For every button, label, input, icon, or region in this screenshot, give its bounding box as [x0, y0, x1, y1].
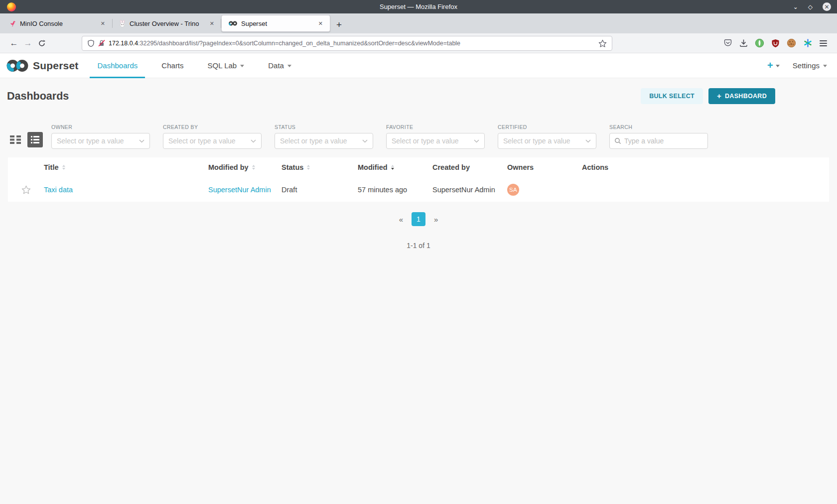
back-button[interactable]: ← [7, 39, 21, 47]
owner-select[interactable]: Select or type a value [51, 133, 150, 149]
select-placeholder: Select or type a value [503, 137, 585, 145]
chevron-down-icon [139, 139, 144, 143]
column-header-modified[interactable]: Modified [358, 163, 432, 171]
pagination-page-1[interactable]: 1 [412, 212, 425, 226]
select-placeholder: Select or type a value [57, 137, 139, 145]
nav-item-charts[interactable]: Charts [156, 53, 189, 78]
url-path: :32295/dashboard/list/?pageIndex=0&sortC… [138, 40, 460, 47]
menu-hamburger-icon[interactable] [820, 40, 827, 46]
chevron-down-icon [585, 139, 591, 143]
tab-label: Superset [241, 20, 312, 27]
column-label: Owners [507, 163, 534, 171]
tab-close-icon[interactable]: ✕ [208, 19, 216, 28]
superset-logo-icon [6, 58, 29, 73]
search-input[interactable] [624, 137, 703, 145]
dashboard-title-link[interactable]: Taxi data [44, 186, 73, 194]
sort-desc-icon [391, 165, 394, 170]
new-dashboard-button[interactable]: + DASHBOARD [708, 88, 775, 104]
nav-item-data[interactable]: Data [263, 53, 297, 78]
new-item-menu-button[interactable]: + [767, 60, 780, 71]
filter-favorite: FAVORITE Select or type a value [386, 124, 485, 149]
pagination-next-button[interactable]: » [431, 215, 441, 224]
chevron-down-icon [251, 139, 256, 143]
filter-label: CERTIFIED [498, 124, 596, 130]
nav-label: Data [268, 61, 284, 70]
chevron-down-icon [776, 65, 780, 67]
list-controls: OWNER Select or type a value CREATED BY … [0, 124, 837, 149]
insecure-lock-icon[interactable] [98, 39, 105, 47]
filter-owner: OWNER Select or type a value [51, 124, 150, 149]
superset-infinity-icon [229, 20, 237, 26]
chevron-down-icon [287, 65, 291, 67]
tab-trino[interactable]: Cluster Overview - Trino ✕ [112, 15, 221, 32]
column-label: Modified [358, 163, 388, 171]
tab-close-icon[interactable]: ✕ [99, 19, 107, 28]
pagination-prev-button[interactable]: « [396, 215, 406, 224]
favorite-star-icon[interactable] [21, 185, 31, 194]
plus-icon: + [717, 92, 721, 100]
superset-navbar: Superset Dashboards Charts SQL Lab Data … [0, 53, 837, 78]
card-view-icon[interactable] [10, 135, 21, 144]
new-tab-button[interactable]: + [336, 20, 342, 29]
nav-item-sql-lab[interactable]: SQL Lab [202, 53, 250, 78]
status-select[interactable]: Select or type a value [275, 133, 373, 149]
favorite-select[interactable]: Select or type a value [386, 133, 485, 149]
chevron-down-icon [823, 65, 827, 67]
nav-label: SQL Lab [208, 61, 237, 70]
pagination-summary: 1-1 of 1 [0, 242, 837, 250]
search-icon [614, 137, 621, 144]
brand-name: Superset [33, 60, 78, 72]
column-header-status[interactable]: Status [281, 163, 358, 171]
column-label: Title [44, 163, 59, 171]
download-icon[interactable] [739, 39, 748, 47]
settings-menu-button[interactable]: Settings [793, 61, 827, 70]
tab-label: MinIO Console [20, 20, 95, 27]
table-header-row: Title Modified by Status Modified Create… [8, 157, 829, 177]
select-placeholder: Select or type a value [392, 137, 474, 145]
modified-by-link[interactable]: SupersetNur Admin [208, 186, 271, 194]
created-by-select[interactable]: Select or type a value [163, 133, 262, 149]
settings-label: Settings [793, 61, 820, 70]
shield-icon[interactable] [87, 39, 95, 47]
page-title: Dashboards [7, 90, 69, 103]
filter-label: CREATED BY [163, 124, 262, 130]
superset-brand[interactable]: Superset [6, 58, 78, 73]
dashboards-table: Title Modified by Status Modified Create… [8, 157, 829, 202]
pocket-icon[interactable] [723, 39, 732, 47]
status-cell: Draft [281, 186, 358, 194]
chevron-down-icon [362, 139, 368, 143]
bookmark-star-icon[interactable] [598, 39, 607, 47]
tab-minio-console[interactable]: MinIO Console ✕ [3, 15, 112, 32]
extension-asterisk-icon[interactable] [803, 38, 813, 48]
ublock-icon[interactable] [771, 39, 780, 48]
forward-button[interactable]: → [21, 39, 35, 47]
modified-cell: 57 minutes ago [358, 186, 432, 194]
url-bar[interactable]: 172.18.0.4:32295/dashboard/list/?pageInd… [82, 36, 612, 51]
certified-select[interactable]: Select or type a value [498, 133, 596, 149]
tab-close-icon[interactable]: ✕ [316, 19, 325, 28]
pagination: « 1 » [0, 212, 837, 226]
bulk-select-button[interactable]: BULK SELECT [641, 88, 703, 104]
extension-green-icon[interactable] [755, 38, 764, 48]
list-view-icon[interactable] [27, 132, 43, 147]
column-header-actions: Actions [582, 163, 829, 171]
window-title: Superset — Mozilla Firefox [0, 3, 837, 10]
plus-icon: + [767, 60, 773, 71]
table-row: Taxi data SupersetNur Admin Draft 57 min… [8, 177, 829, 202]
column-label: Status [281, 163, 303, 171]
reload-button[interactable] [35, 39, 49, 47]
column-label: Actions [582, 163, 608, 171]
window-close-button[interactable]: ✕ [823, 2, 831, 11]
tab-superset[interactable]: Superset ✕ [221, 15, 330, 32]
nav-item-dashboards[interactable]: Dashboards [92, 53, 143, 78]
url-text: 172.18.0.4:32295/dashboard/list/?pageInd… [109, 40, 595, 47]
window-minimize-button[interactable]: ⌄ [793, 4, 798, 10]
select-placeholder: Select or type a value [168, 137, 251, 145]
window-titlebar: Superset — Mozilla Firefox ⌄ ◇ ✕ [0, 0, 837, 13]
column-header-modified-by[interactable]: Modified by [208, 163, 281, 171]
cookie-icon[interactable] [787, 38, 796, 48]
nav-label: Dashboards [97, 61, 138, 70]
window-maximize-button[interactable]: ◇ [808, 4, 813, 10]
chevron-down-icon [474, 139, 479, 143]
column-header-title[interactable]: Title [44, 163, 208, 171]
